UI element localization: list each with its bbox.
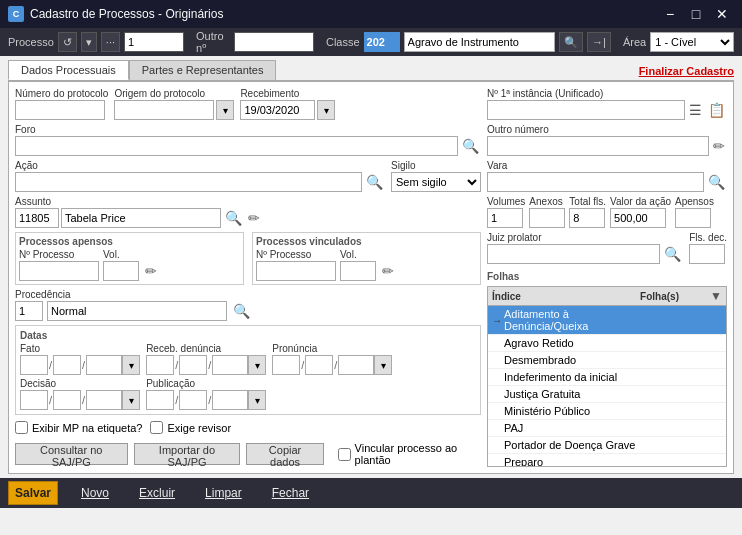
outro-numero-edit-button[interactable]: ✏ [711, 136, 727, 156]
more-button[interactable]: ··· [101, 32, 120, 52]
foro-search-button[interactable]: 🔍 [460, 136, 481, 156]
rd-dd[interactable] [146, 355, 174, 375]
sigilo-select[interactable]: Sem sigilo [391, 172, 481, 192]
importar-saj-button[interactable]: Importar do SAJ/PG [134, 443, 241, 465]
juiz-prolator-input[interactable] [487, 244, 660, 264]
procedencia-num-input[interactable] [15, 301, 43, 321]
label-exige-revisor[interactable]: Exige revisor [150, 421, 231, 434]
assunto-search-button[interactable]: 🔍 [223, 208, 244, 228]
juiz-search-button[interactable]: 🔍 [662, 244, 683, 264]
copy-icon-button[interactable]: 📋 [706, 100, 727, 120]
vol-vi-input[interactable] [340, 261, 376, 281]
salvar-button[interactable]: Salvar [8, 481, 58, 505]
pron-dropdown[interactable]: ▾ [374, 355, 392, 375]
label-exibir-mp[interactable]: Exibir MP na etiqueta? [15, 421, 142, 434]
processo-input[interactable] [124, 32, 184, 52]
tab-partes-representantes[interactable]: Partes e Representantes [129, 60, 277, 80]
volumes-input[interactable] [487, 208, 523, 228]
assunto-text-input[interactable] [61, 208, 221, 228]
close-button[interactable]: ✕ [710, 4, 734, 24]
list-item[interactable]: Preparo [488, 454, 726, 466]
no-processo-ap-input[interactable] [19, 261, 99, 281]
vara-input[interactable] [487, 172, 704, 192]
apensos-input[interactable] [675, 208, 711, 228]
no-1a-instancia-input[interactable] [487, 100, 685, 120]
fato-dd[interactable] [20, 355, 48, 375]
pub-yyyy[interactable] [212, 390, 248, 410]
rd-mm[interactable] [179, 355, 207, 375]
pub-dropdown[interactable]: ▾ [248, 390, 266, 410]
no-processo-vi-input[interactable] [256, 261, 336, 281]
list-item[interactable]: → Aditamento à Denúncia/Queixa [488, 306, 726, 335]
dropdown-button[interactable]: ▾ [81, 32, 97, 52]
fato-mm[interactable] [53, 355, 81, 375]
pron-dd[interactable] [272, 355, 300, 375]
procedencia-search-button[interactable]: 🔍 [231, 301, 252, 321]
fato-yyyy[interactable] [86, 355, 122, 375]
acao-input[interactable] [15, 172, 362, 192]
dec-dropdown[interactable]: ▾ [122, 390, 140, 410]
classe-name-input[interactable] [404, 32, 556, 52]
list-item[interactable]: Portador de Doença Grave [488, 437, 726, 454]
procedencia-text-input[interactable] [47, 301, 227, 321]
maximize-button[interactable]: □ [684, 4, 708, 24]
fls-dec-input[interactable] [689, 244, 725, 264]
folhas-filter-icon[interactable]: ▼ [710, 289, 722, 303]
tab-dados-processuais[interactable]: Dados Processuais [8, 60, 129, 80]
checkbox-exibir-mp[interactable] [15, 421, 28, 434]
rd-dropdown[interactable]: ▾ [248, 355, 266, 375]
numero-protocolo-input[interactable] [15, 100, 105, 120]
list-item[interactable]: Justiça Gratuita [488, 386, 726, 403]
pub-mm[interactable] [179, 390, 207, 410]
copiar-dados-button[interactable]: Copiar dados [246, 443, 323, 465]
fato-dropdown[interactable]: ▾ [122, 355, 140, 375]
consultar-saj-button[interactable]: Consultar no SAJ/PG [15, 443, 128, 465]
excluir-button[interactable]: Excluir [132, 481, 182, 505]
classe-code-input[interactable] [364, 32, 400, 52]
dec-dd[interactable] [20, 390, 48, 410]
outro-no-input[interactable] [234, 32, 314, 52]
foro-label: Foro [15, 124, 481, 135]
fechar-button[interactable]: Fechar [265, 481, 316, 505]
list-item[interactable]: Agravo Retido [488, 335, 726, 352]
outro-numero-input[interactable] [487, 136, 709, 156]
grupo-valor-acao: Valor da ação [610, 196, 671, 228]
ap-edit-button[interactable]: ✏ [143, 261, 159, 281]
assunto-edit-button[interactable]: ✏ [246, 208, 262, 228]
minimize-button[interactable]: − [658, 4, 682, 24]
list-item[interactable]: Ministério Público [488, 403, 726, 420]
acao-search-button[interactable]: 🔍 [364, 172, 385, 192]
undo-button[interactable]: ↺ [58, 32, 77, 52]
vol-ap-input[interactable] [103, 261, 139, 281]
pron-yyyy[interactable] [338, 355, 374, 375]
list-icon-button[interactable]: ☰ [687, 100, 704, 120]
foro-input[interactable] [15, 136, 458, 156]
assunto-code-input[interactable] [15, 208, 59, 228]
vara-search-button[interactable]: 🔍 [706, 172, 727, 192]
checkbox-vincular-plantao[interactable] [338, 448, 351, 461]
limpar-button[interactable]: Limpar [198, 481, 249, 505]
classe-arrow-button[interactable]: →| [587, 32, 611, 52]
pron-mm[interactable] [305, 355, 333, 375]
rd-yyyy[interactable] [212, 355, 248, 375]
label-vincular-plantao[interactable]: Vincular processo ao plantão [338, 442, 481, 466]
list-item[interactable]: Desmembrado [488, 352, 726, 369]
list-item[interactable]: Indeferimento da inicial [488, 369, 726, 386]
origem-protocolo-input[interactable] [114, 100, 214, 120]
recebimento-input[interactable] [240, 100, 315, 120]
dec-mm[interactable] [53, 390, 81, 410]
classe-search-button[interactable]: 🔍 [559, 32, 583, 52]
finalizar-cadastro-link[interactable]: Finalizar Cadastro [639, 62, 734, 80]
vi-edit-button[interactable]: ✏ [380, 261, 396, 281]
novo-button[interactable]: Novo [74, 481, 116, 505]
total-fls-input[interactable] [569, 208, 605, 228]
origem-protocolo-dropdown[interactable]: ▾ [216, 100, 234, 120]
dec-yyyy[interactable] [86, 390, 122, 410]
pub-dd[interactable] [146, 390, 174, 410]
area-select[interactable]: 1 - Cível [650, 32, 734, 52]
checkbox-exige-revisor[interactable] [150, 421, 163, 434]
list-item[interactable]: PAJ [488, 420, 726, 437]
anexos-input[interactable] [529, 208, 565, 228]
recebimento-dropdown[interactable]: ▾ [317, 100, 335, 120]
valor-acao-input[interactable] [610, 208, 666, 228]
